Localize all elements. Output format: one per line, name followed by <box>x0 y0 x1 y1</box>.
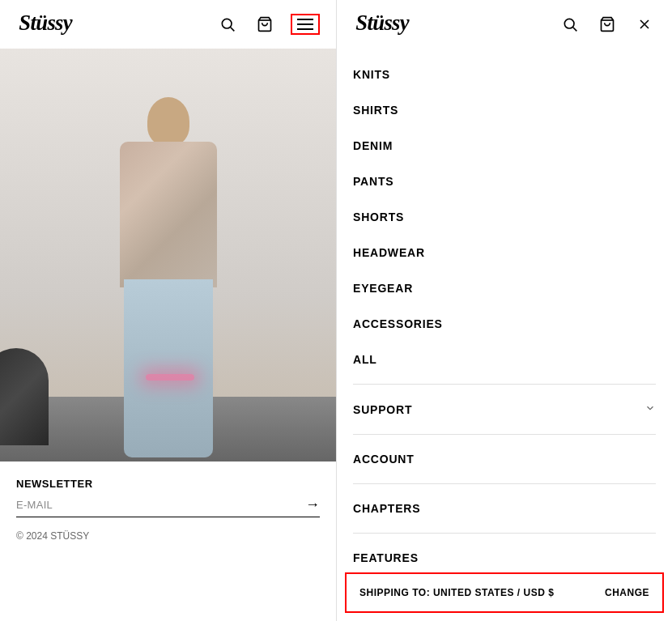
logo-left: Stüssy <box>16 6 81 42</box>
hamburger-line-2 <box>297 23 313 25</box>
hamburger-line-1 <box>297 19 313 20</box>
nav-item-account[interactable]: ACCOUNT <box>337 441 672 477</box>
nav-item-knits[interactable]: KNITS <box>337 57 672 92</box>
neon-light <box>146 374 194 381</box>
newsletter-title: NEWSLETTER <box>16 478 320 490</box>
right-header: Stüssy <box>337 0 672 49</box>
shipping-text: SHIPPING TO: UNITED STATES / USD $ <box>359 587 554 598</box>
newsletter-section: NEWSLETTER E-MAIL → © 2024 STÜSSY <box>0 461 336 550</box>
nav-menu: KNITS SHIRTS DENIM PANTS SHORTS HEADWEAR… <box>337 49 672 564</box>
left-header: Stüssy <box>0 0 336 49</box>
copyright: © 2024 STÜSSY <box>16 530 320 542</box>
nav-divider-3 <box>353 483 656 484</box>
svg-text:Stüssy: Stüssy <box>355 11 409 35</box>
email-row: E-MAIL → <box>16 496 320 517</box>
right-header-icons <box>559 13 656 36</box>
svg-text:Stüssy: Stüssy <box>19 11 72 35</box>
nav-item-pants[interactable]: PANTS <box>337 164 672 199</box>
nav-item-eyegear[interactable]: EYEGEAR <box>337 270 672 306</box>
search-button-right[interactable] <box>559 13 581 36</box>
left-header-icons <box>216 13 320 36</box>
bag-button-left[interactable] <box>253 13 276 36</box>
svg-line-6 <box>573 28 577 32</box>
nav-item-shirts[interactable]: SHIRTS <box>337 92 672 128</box>
nav-item-accessories[interactable]: ACCESSORIES <box>337 306 672 342</box>
nav-item-support[interactable]: SUPPORT <box>337 391 672 427</box>
nav-divider-2 <box>353 434 656 435</box>
nav-item-chapters[interactable]: CHAPTERS <box>337 491 672 526</box>
chevron-down-icon <box>644 402 656 416</box>
figure-top <box>120 142 217 287</box>
bag-button-right[interactable] <box>596 13 619 36</box>
svg-point-1 <box>222 19 232 28</box>
search-button-left[interactable] <box>216 13 239 36</box>
left-panel: Stüssy <box>0 0 336 621</box>
nav-item-shorts[interactable]: SHORTS <box>337 199 672 235</box>
svg-point-5 <box>564 19 574 28</box>
close-button[interactable] <box>633 13 656 36</box>
nav-item-denim[interactable]: DENIM <box>337 128 672 164</box>
change-shipping-button[interactable]: CHANGE <box>605 587 649 598</box>
figure <box>87 73 249 461</box>
email-submit-button[interactable]: → <box>305 496 320 513</box>
hero-image <box>0 49 336 461</box>
nav-divider-1 <box>353 384 656 385</box>
shipping-footer: SHIPPING TO: UNITED STATES / USD $ CHANG… <box>345 572 664 613</box>
svg-line-2 <box>231 28 235 32</box>
logo-right: Stüssy <box>353 6 418 42</box>
arrow-right-icon: → <box>305 496 320 513</box>
nav-divider-4 <box>353 533 656 534</box>
hamburger-line-3 <box>297 28 313 30</box>
right-panel: Stüssy <box>336 0 672 621</box>
nav-item-features[interactable]: FEATURES <box>337 540 672 564</box>
nav-item-all[interactable]: ALL <box>337 342 672 377</box>
email-label: E-MAIL <box>16 499 53 511</box>
nav-item-headwear[interactable]: HEADWEAR <box>337 235 672 270</box>
hamburger-button[interactable] <box>291 14 320 35</box>
figure-pants <box>124 279 213 457</box>
car-shape <box>0 348 49 445</box>
figure-head <box>147 97 189 146</box>
